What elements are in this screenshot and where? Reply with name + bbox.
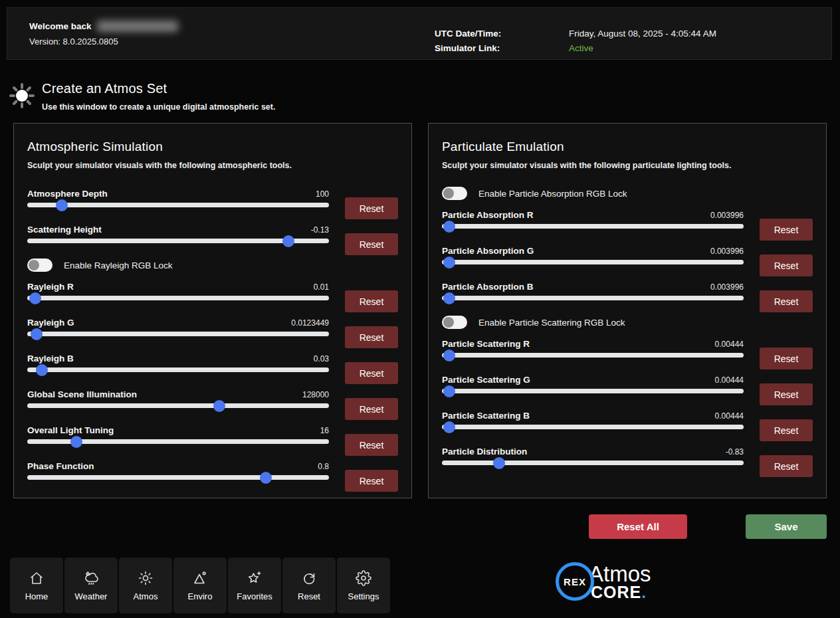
- reset-button[interactable]: Reset: [345, 233, 398, 255]
- reset-button[interactable]: Reset: [760, 455, 813, 477]
- nav-enviro[interactable]: Enviro: [173, 558, 227, 613]
- slider-value: 100: [316, 189, 329, 199]
- reset-button[interactable]: Reset: [345, 197, 398, 219]
- slider-thumb[interactable]: [282, 235, 294, 247]
- slider-label: Overall Light Tuning: [27, 425, 114, 435]
- slider-thumb[interactable]: [70, 436, 82, 448]
- slider-track-wrap: [442, 349, 744, 361]
- user-name-redacted: [97, 21, 178, 32]
- slider-track[interactable]: [442, 461, 744, 465]
- slider-row: Rayleigh G0.0123449Reset: [27, 315, 398, 340]
- slider-value: 0.03: [314, 354, 329, 363]
- slider-track[interactable]: [27, 239, 329, 243]
- reset-button[interactable]: Reset: [760, 383, 813, 405]
- slider-track[interactable]: [442, 389, 744, 393]
- slider-thumb[interactable]: [31, 328, 43, 340]
- slider-thumb[interactable]: [493, 457, 505, 469]
- reset-button[interactable]: Reset: [345, 326, 398, 348]
- logo-atmos-text: Atmos: [589, 563, 651, 585]
- nav-favorites[interactable]: Favorites: [228, 558, 281, 613]
- reset-button[interactable]: Reset: [345, 362, 398, 384]
- slider-thumb[interactable]: [443, 350, 455, 361]
- toggle-label: Enable Particle Absorption RGB Lock: [478, 189, 627, 199]
- version-label: Version: 8.0.2025.0805: [29, 37, 178, 47]
- toggle-switch[interactable]: [442, 316, 467, 329]
- slider-track[interactable]: [442, 425, 744, 429]
- slider-header: Particle Scattering G0.00444: [442, 372, 744, 385]
- slider-thumb[interactable]: [443, 421, 455, 433]
- simulator-link-status: Active: [569, 43, 716, 53]
- page-subtitle: Use this window to create a unique digit…: [42, 102, 275, 112]
- utc-datetime-label: UTC Date/Time:: [435, 29, 569, 39]
- slider-value: 128000: [302, 390, 329, 399]
- slider-track-wrap: [27, 199, 329, 211]
- slider-row: Particle Absorption R0.003996Reset: [442, 207, 813, 233]
- slider-label: Particle Distribution: [442, 447, 527, 457]
- slider-thumb[interactable]: [29, 292, 41, 304]
- slider-track[interactable]: [27, 439, 329, 444]
- toggle-switch[interactable]: [442, 187, 467, 200]
- slider-thumb[interactable]: [56, 199, 68, 211]
- reset-button[interactable]: Reset: [345, 470, 398, 492]
- slider-thumb[interactable]: [443, 292, 455, 304]
- logo-core-text: CORE.: [589, 585, 651, 601]
- slider-label: Rayleigh R: [27, 282, 74, 292]
- panel-subtitle: Sculpt your simulator visuals with the f…: [442, 161, 813, 170]
- slider-row: Rayleigh R0.01Reset: [27, 279, 398, 304]
- nav-atmos[interactable]: Atmos: [119, 558, 172, 613]
- slider-thumb[interactable]: [213, 400, 225, 412]
- slider-track[interactable]: [27, 203, 329, 207]
- reset-button[interactable]: Reset: [760, 290, 813, 312]
- slider-thumb[interactable]: [443, 257, 455, 268]
- reset-button[interactable]: Reset: [760, 348, 813, 369]
- slider-track[interactable]: [442, 260, 744, 264]
- sun-icon: [138, 569, 154, 587]
- slider-track-wrap: [27, 399, 329, 412]
- panel-title: Atmospheric Simulation: [27, 140, 398, 154]
- slider-track[interactable]: [27, 403, 329, 408]
- slider-track-wrap: [27, 363, 329, 376]
- star-plus-icon: [247, 569, 262, 587]
- slider-track[interactable]: [27, 332, 329, 336]
- slider-value: 0.003996: [710, 211, 744, 220]
- reset-button[interactable]: Reset: [760, 255, 813, 276]
- slider-thumb[interactable]: [36, 364, 48, 376]
- slider-thumb[interactable]: [443, 221, 455, 233]
- nav-weather[interactable]: Weather: [64, 558, 118, 613]
- slider-thumb[interactable]: [260, 472, 272, 484]
- slider-track-wrap: [442, 421, 744, 433]
- nav-settings[interactable]: Settings: [337, 558, 390, 613]
- reset-all-button[interactable]: Reset All: [589, 514, 687, 539]
- atmospheric-simulation-panel: Atmospheric Simulation Sculpt your simul…: [13, 123, 412, 498]
- slider-header: Particle Distribution-0.83: [442, 444, 744, 457]
- welcome-label: Welcome back: [29, 21, 92, 31]
- panel-subtitle: Sculpt your simulator visuals with the f…: [27, 161, 398, 170]
- toggle-row: Enable Particle Absorption RGB Lock: [442, 186, 813, 201]
- slider-track-wrap: [27, 292, 329, 304]
- slider-row: Particle Absorption B0.003996Reset: [442, 279, 813, 304]
- toggle-switch[interactable]: [27, 258, 52, 272]
- reset-button[interactable]: Reset: [760, 219, 813, 241]
- slider-track[interactable]: [27, 367, 329, 372]
- slider-track-wrap: [442, 220, 744, 233]
- save-button[interactable]: Save: [746, 514, 827, 539]
- nav-reset[interactable]: Reset: [282, 558, 336, 613]
- slider-row: Phase Function0.8Reset: [27, 459, 398, 484]
- slider-row: Particle Scattering B0.00444Reset: [442, 408, 813, 433]
- slider-track[interactable]: [442, 224, 744, 229]
- slider-track[interactable]: [27, 475, 329, 480]
- slider-track[interactable]: [27, 296, 329, 300]
- bottom-navigation: Home Weather Atmos: [10, 558, 390, 613]
- reset-button[interactable]: Reset: [345, 434, 398, 456]
- nav-home[interactable]: Home: [10, 558, 63, 613]
- slider-track[interactable]: [442, 296, 744, 300]
- reset-button[interactable]: Reset: [345, 398, 398, 420]
- slider-value: 0.0123449: [291, 318, 329, 328]
- page-title: Create an Atmos Set: [42, 81, 275, 96]
- atmoscore-app-window: Welcome back Version: 8.0.2025.0805 UTC …: [0, 0, 840, 618]
- slider-track[interactable]: [442, 353, 744, 358]
- reset-button[interactable]: Reset: [345, 290, 398, 312]
- slider-header: Particle Absorption B0.003996: [442, 279, 744, 292]
- reset-button[interactable]: Reset: [760, 419, 813, 441]
- slider-thumb[interactable]: [443, 385, 455, 397]
